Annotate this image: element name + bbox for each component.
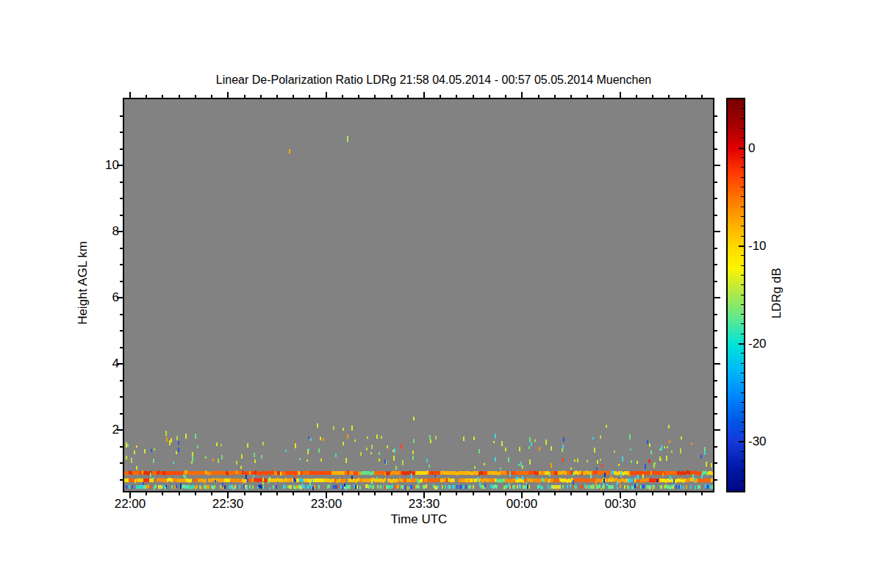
y-axis-tick: [120, 132, 123, 133]
y-axis-tick: [120, 314, 123, 315]
colorbar-tick-label: 0: [748, 141, 785, 156]
colorbar-tick: [741, 128, 744, 129]
colorbar-tick: [741, 402, 744, 403]
colorbar-tick-label: -10: [748, 239, 785, 254]
x-axis-tick-top: [227, 92, 229, 98]
x-axis-tick-top: [587, 95, 588, 98]
y-axis-tick: [120, 281, 123, 282]
x-axis-tick-top: [211, 95, 212, 98]
x-axis-tick: [538, 492, 539, 495]
x-tick-label: 22:30: [206, 498, 250, 511]
colorbar-tick: [741, 353, 744, 354]
colorbar-tick-label: -30: [748, 434, 785, 449]
x-axis-tick-top: [146, 95, 147, 98]
x-axis-tick-top: [391, 95, 392, 98]
x-axis-tick: [554, 492, 556, 495]
x-axis-tick-top: [260, 95, 262, 98]
figure: Linear De-Polarization Ratio LDRg 21:58 …: [0, 0, 882, 588]
colorbar-tick: [739, 148, 744, 149]
colorbar-tick: [739, 245, 744, 247]
x-axis-tick: [276, 492, 278, 495]
y-axis-tick-right: [714, 396, 717, 398]
x-axis-tick-top: [521, 92, 523, 98]
colorbar-tick: [741, 323, 744, 324]
colorbar-tick: [741, 451, 744, 452]
colorbar-tick: [741, 373, 744, 373]
x-axis-tick-top: [358, 95, 359, 98]
x-axis-tick: [570, 492, 572, 495]
colorbar-tick: [741, 226, 744, 226]
x-axis-tick-top: [538, 95, 539, 98]
y-axis-tick-right: [714, 363, 720, 365]
colorbar-tick-label: -20: [748, 337, 785, 351]
x-axis-tick-top: [195, 95, 196, 98]
ldr-heatmap-canvas: [124, 99, 713, 491]
colorbar-tick: [741, 207, 744, 207]
colorbar: [726, 98, 745, 492]
x-axis-tick: [293, 492, 294, 495]
x-axis-tick: [407, 492, 409, 495]
colorbar-tick: [741, 392, 744, 393]
x-axis-tick: [473, 492, 474, 495]
y-axis-tick-right: [714, 380, 717, 381]
colorbar-tick: [741, 412, 744, 412]
y-tick-label: 6: [74, 290, 119, 305]
y-axis-tick-right: [714, 429, 720, 431]
y-axis-tick-right: [714, 231, 720, 232]
x-axis-tick: [342, 492, 343, 495]
y-axis-tick-right: [714, 347, 717, 348]
x-axis-tick: [489, 492, 490, 495]
x-axis-tick-top: [162, 95, 163, 98]
x-axis-tick: [636, 492, 637, 495]
x-axis-tick-top: [668, 95, 670, 98]
x-axis-tick-top: [326, 92, 327, 98]
y-axis-tick-right: [714, 182, 717, 183]
y-axis-tick: [120, 479, 123, 481]
colorbar-tick: [741, 422, 744, 423]
x-axis-tick: [260, 492, 262, 495]
y-axis-title: Height AGL km: [76, 224, 90, 342]
colorbar-tick: [741, 196, 744, 197]
y-axis-tick-right: [714, 115, 717, 117]
x-axis-tick: [244, 492, 245, 495]
y-tick-label: 4: [74, 356, 119, 371]
y-axis-tick-right: [714, 281, 717, 282]
y-axis-tick: [120, 462, 123, 464]
colorbar-tick: [741, 118, 744, 119]
y-axis-tick-right: [714, 148, 717, 150]
x-axis-tick: [440, 492, 441, 495]
x-tick-label: 23:30: [402, 498, 446, 511]
colorbar-tick: [741, 284, 744, 285]
y-axis-tick-right: [714, 446, 717, 448]
y-axis-tick-right: [714, 215, 717, 216]
y-axis-tick: [120, 215, 123, 216]
x-axis-tick-top: [603, 95, 604, 98]
x-axis-tick-top: [456, 95, 457, 98]
x-axis-tick: [211, 492, 212, 495]
x-axis-tick: [391, 492, 392, 495]
y-axis-tick: [120, 248, 123, 249]
y-axis-tick-right: [714, 413, 717, 415]
colorbar-tick: [741, 236, 744, 237]
x-axis-tick: [162, 492, 163, 495]
y-axis-tick-right: [714, 264, 717, 265]
x-axis-tick-top: [652, 95, 653, 98]
x-axis-tick-top: [276, 95, 278, 98]
x-axis-tick-top: [620, 92, 621, 98]
y-tick-label: 2: [74, 423, 119, 437]
y-axis-tick-right: [714, 165, 720, 166]
x-axis-tick: [358, 492, 359, 495]
x-axis-tick-top: [374, 95, 376, 98]
y-axis-tick: [120, 347, 123, 348]
colorbar-tick: [741, 216, 744, 217]
colorbar-tick: [741, 431, 744, 432]
y-axis-tick-right: [714, 297, 720, 298]
y-axis-tick: [120, 446, 123, 448]
x-axis-tick-top: [129, 92, 131, 98]
colorbar-tick: [741, 363, 744, 364]
colorbar-tick: [741, 275, 744, 276]
x-axis-tick-top: [244, 95, 245, 98]
y-axis-tick-right: [714, 248, 717, 249]
x-axis-tick: [309, 492, 310, 495]
y-axis-tick: [120, 396, 123, 398]
